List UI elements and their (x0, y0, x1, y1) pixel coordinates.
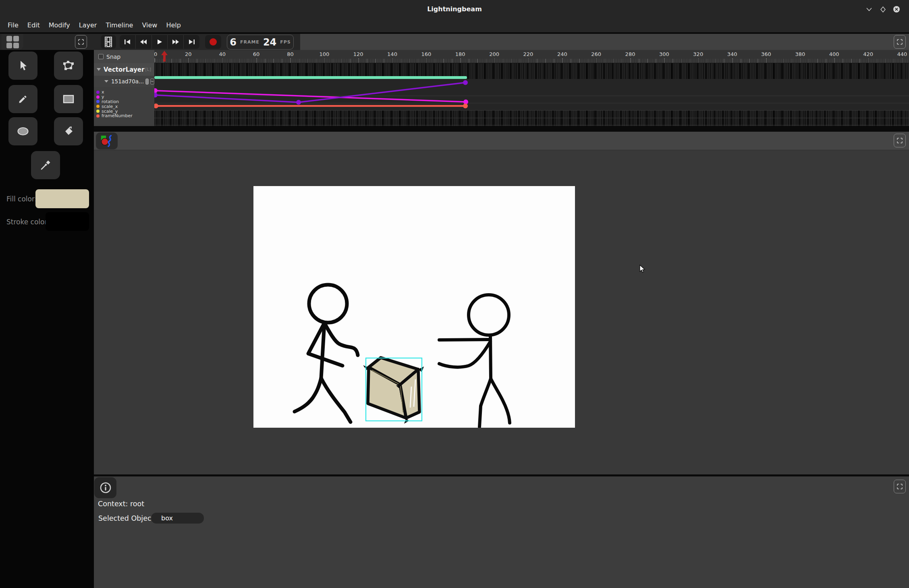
collapse-triangle-icon[interactable] (104, 80, 108, 83)
film-button[interactable] (101, 35, 116, 49)
menu-bar: FileEditModifyLayerTimelineViewHelp (0, 19, 909, 33)
play-button[interactable] (152, 35, 168, 49)
timeline-ruler[interactable]: 0204060801001201401601802002202402602803… (154, 50, 909, 63)
keyframe-dot-frameNumber[interactable] (154, 104, 158, 108)
stick-figure-right (439, 295, 510, 427)
skip-to-end-button[interactable] (184, 35, 199, 49)
menu-view[interactable]: View (137, 19, 162, 32)
ruler-tick-label: 300 (659, 51, 669, 57)
menu-modify[interactable]: Modify (44, 19, 75, 32)
expand-panel-button[interactable] (894, 480, 906, 493)
ruler-tick-label: 260 (591, 51, 601, 57)
ruler-major-tick (188, 58, 189, 62)
timeline-header: 6 FRAME 24 FPS (94, 34, 909, 50)
record-button[interactable] (205, 35, 221, 49)
stage-artwork (253, 186, 575, 428)
keyframe-dot-y[interactable] (154, 88, 158, 93)
rewind-button[interactable] (136, 35, 152, 49)
fps-value[interactable]: 24 (263, 37, 276, 48)
layer-row-vectorlayer[interactable]: VectorLayer [L] (94, 63, 154, 76)
play-icon (157, 39, 162, 45)
ruler-tick-label: 380 (795, 51, 805, 57)
expand-icon (896, 38, 903, 46)
property-row-scale_x[interactable]: scale_x (94, 104, 154, 109)
stroke-color-swatch[interactable] (46, 212, 89, 231)
info-button[interactable] (94, 477, 116, 498)
ruler-tick-label: 200 (489, 51, 499, 57)
ruler-tick-label: 240 (557, 51, 567, 57)
tilde-button[interactable]: ~ (150, 79, 154, 85)
property-label: frameNumber (102, 114, 133, 118)
stage-logo-button[interactable] (96, 133, 118, 149)
pencil-tool-button[interactable] (8, 85, 37, 113)
layer-row-sublayer[interactable]: 151ad70a... ~ (94, 76, 154, 87)
playhead[interactable] (161, 51, 168, 62)
snap-label: Snap (106, 54, 120, 60)
ruler-tick-label: 20 (185, 51, 192, 57)
ruler-major-tick (868, 58, 869, 62)
ruler-major-tick (630, 58, 631, 62)
expand-panel-button[interactable] (75, 35, 87, 49)
record-icon (209, 38, 217, 46)
frame-counter: 6 FRAME 24 FPS (227, 35, 294, 50)
rewind-icon (140, 39, 147, 45)
expand-panel-button[interactable] (894, 35, 906, 49)
collapse-triangle-icon[interactable] (97, 68, 101, 71)
property-color-dot (96, 91, 100, 94)
ruler-major-tick (426, 58, 427, 62)
fill-color-swatch[interactable] (35, 189, 89, 208)
stage-header (94, 132, 909, 150)
ruler-tick-label: 440 (897, 51, 907, 57)
menu-timeline[interactable]: Timeline (101, 19, 137, 32)
frame-value[interactable]: 6 (230, 37, 237, 48)
diamond-icon[interactable] (878, 5, 887, 14)
grid-menu-icon[interactable] (2, 34, 23, 50)
timeline-tracks[interactable] (154, 63, 909, 126)
property-row-x[interactable]: x (94, 90, 154, 95)
expand-panel-button[interactable] (894, 134, 906, 147)
selected-object-label: Selected Object (98, 514, 154, 522)
visibility-swatch-button[interactable] (145, 79, 149, 85)
keyframe-dot-frameNumber[interactable] (463, 104, 468, 108)
ellipse-tool-button[interactable] (8, 117, 37, 145)
selected-object-input[interactable]: box (151, 513, 204, 524)
property-row-rotation[interactable]: rotation (94, 99, 154, 104)
ruler-tick-label: 160 (421, 51, 431, 57)
film-icon (104, 37, 112, 47)
snap-checkbox[interactable] (98, 54, 104, 59)
property-color-dot (96, 110, 100, 113)
menu-file[interactable]: File (3, 19, 23, 32)
menu-help[interactable]: Help (162, 19, 185, 32)
tools-panel-header (0, 34, 94, 50)
ruler-tick-label: 120 (353, 51, 363, 57)
close-icon[interactable] (892, 5, 901, 14)
keyframe-dot-x[interactable] (154, 93, 158, 97)
eyedropper-tool-button[interactable] (31, 151, 60, 179)
fast-forward-icon (172, 39, 179, 45)
lightningbeam-logo-icon (99, 134, 114, 148)
ruler-tick-label: 40 (219, 51, 226, 57)
rectangle-tool-button[interactable] (54, 85, 83, 113)
skip-to-start-button[interactable] (120, 35, 136, 49)
ruler-major-tick (698, 58, 699, 62)
keyframe-dot-x[interactable] (296, 100, 301, 105)
paint-bucket-tool-button[interactable] (54, 117, 83, 145)
ruler-major-tick (528, 58, 529, 62)
property-color-dot (96, 105, 100, 108)
stage-canvas[interactable] (253, 186, 575, 428)
transform-tool-button[interactable] (54, 52, 83, 80)
ruler-tick-label: 80 (287, 51, 294, 57)
property-row-frameNumber[interactable]: frameNumber (94, 114, 154, 118)
menu-edit[interactable]: Edit (23, 19, 44, 32)
property-row-scale_y[interactable]: scale_y (94, 109, 154, 114)
pencil-icon (18, 94, 28, 104)
fast-forward-button[interactable] (168, 35, 184, 49)
layer-extent-bar[interactable] (154, 76, 467, 79)
keyframe-dot-x[interactable] (463, 80, 468, 85)
menu-layer[interactable]: Layer (75, 19, 102, 32)
select-tool-button[interactable] (8, 52, 37, 80)
timeline-panel: 6 FRAME 24 FPS Snap 02040608010012014016… (94, 34, 909, 126)
property-row-y[interactable]: y (94, 95, 154, 99)
chevron-down-icon[interactable] (865, 5, 874, 14)
ruler-major-tick (392, 58, 393, 62)
